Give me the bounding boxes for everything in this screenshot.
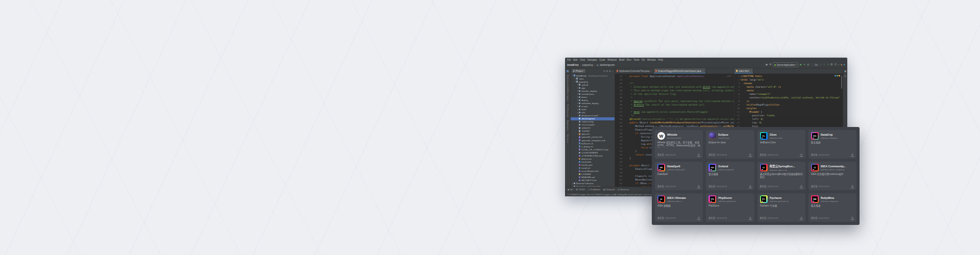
app-slug: jetbrains-idea-u	[667, 200, 686, 202]
app-card[interactable]: W Whistle devtool-whistle Whistle 调试抓包工具…	[655, 130, 703, 159]
project-view-selector[interactable]: ☰ Project ▾	[572, 69, 585, 73]
tool-window-tab-structure[interactable]: Structure	[567, 134, 569, 143]
download-icon[interactable]	[697, 153, 701, 157]
menu-item-run[interactable]: Run	[627, 59, 631, 61]
card-header: RM RubyMine jetbrains-rubymine	[811, 195, 854, 203]
notifications-icon[interactable]: ▣	[844, 70, 846, 72]
breadcrumb-file[interactable]: ▤ .dockerignore	[597, 63, 615, 66]
app-card[interactable]: IU IDEA Ultimate jetbrains-idea-u IDEA 旗…	[655, 193, 703, 222]
tool-window-tab-pull-requests[interactable]: Pull Requests	[567, 104, 569, 117]
breadcrumb-folder[interactable]: pageplug	[582, 63, 593, 66]
card-header: IU IDEA Ultimate jetbrains-idea-u	[657, 195, 700, 203]
editor-tab-index-html[interactable]: index.html×	[734, 68, 753, 73]
app-card[interactable]: DG DataGrip jetbrains-datagrip 暂无描述 最新版:…	[808, 130, 856, 159]
menu-item-window[interactable]: Window	[647, 59, 656, 61]
hide-panel-icon[interactable]: ─	[612, 70, 614, 72]
notification-dot-icon[interactable]: ●	[841, 64, 842, 66]
code-line: />	[741, 99, 843, 103]
tool-window-button-problems[interactable]: ⚠Problems	[588, 188, 600, 191]
app-title: IDEA Community...	[821, 165, 846, 168]
tool-window-tab-bookmarks[interactable]: Bookmarks	[567, 120, 569, 131]
app-card[interactable]: Eclipse eclipse-java Eclipse for Java 最新…	[706, 130, 754, 159]
menu-item-navigate[interactable]: Navigate	[587, 59, 597, 61]
menu-item-view[interactable]: View	[580, 59, 585, 61]
search-everywhere-icon[interactable]: ⌕	[838, 64, 840, 66]
expand-collapse-icon[interactable]: ⇅	[606, 70, 608, 72]
app-card[interactable]: DS DataSpell jetbrains-dataspell DataSpe…	[655, 162, 703, 190]
menu-item-refactor[interactable]: Refactor	[607, 59, 617, 61]
locate-icon[interactable]: ⊙	[603, 70, 605, 72]
run-play-icon[interactable]: ▶	[800, 64, 802, 66]
project-tool-icon[interactable]: ▦	[567, 69, 569, 72]
download-icon[interactable]	[697, 185, 701, 189]
build-hammer-icon[interactable]: ⚒	[769, 64, 771, 66]
settings-gear-icon[interactable]: ⚙	[830, 64, 832, 66]
menu-item-tools[interactable]: Tools	[633, 59, 639, 61]
download-icon[interactable]	[697, 216, 701, 220]
file-icon	[579, 180, 580, 181]
app-card[interactable]: RM RubyMine jetbrains-rubymine 暂无描述 最新版:…	[808, 193, 856, 222]
tool-window-button-terminal[interactable]: ▤Terminal	[603, 188, 615, 191]
app-title: PhpStorm	[718, 196, 736, 199]
file-icon	[579, 124, 580, 125]
code-line: * This advice method wraps the intercept…	[624, 89, 734, 92]
gradle-icon[interactable]: ◫	[844, 74, 846, 77]
lingma-icon: ❑	[567, 193, 569, 196]
app-card[interactable]: GO Goland jetbrains-goland 暂无描述 最新版: 202…	[706, 162, 754, 190]
user-icon[interactable]: ◉	[766, 64, 768, 66]
app-card[interactable]: PC Pycharm jetbrains-pycharm-p Pycharm 专…	[757, 193, 805, 222]
app-logo-icon	[708, 132, 716, 140]
app-slug: jetbrains-clion	[770, 137, 783, 139]
download-icon[interactable]	[799, 216, 803, 220]
project-name[interactable]: install-try	[567, 63, 579, 66]
tool-window-button-todo[interactable]: ☰TODO	[576, 188, 585, 191]
app-card[interactable]: IJ IDEA Community... jetbrains-idea-c-co…	[808, 162, 856, 190]
app-card[interactable]: CL Clion jetbrains-clion JetBrains Clion…	[757, 130, 805, 159]
download-icon[interactable]	[850, 185, 854, 189]
editor-tab-featureflaggedmethodinvokeraspect-java[interactable]: FeatureFlaggedMethodInvokerAspect.java×	[654, 68, 706, 73]
close-icon[interactable]: ×	[702, 70, 703, 72]
menu-item-build[interactable]: Build	[619, 59, 625, 61]
git-icon: ◆	[568, 188, 569, 191]
tool-window-tab-welcome-to-github-copilot[interactable]: Welcome to GitHub Copilot	[567, 75, 569, 101]
folder-icon	[579, 84, 580, 85]
menu-item-file[interactable]: File	[567, 59, 571, 61]
app-description: Eclipse for Java	[708, 141, 751, 144]
run-config-selector[interactable]: ServerApplication▾	[773, 62, 798, 67]
tool-window-button-services[interactable]: ◎Services	[618, 188, 629, 191]
tree-item-scratches-and-consoles[interactable]: ▸Scratches and Consoles	[571, 185, 615, 187]
code-line: left: 0;	[741, 117, 843, 121]
more-actions-icon[interactable]: ⋮	[811, 64, 813, 66]
debug-icon[interactable]: ✦	[803, 64, 805, 66]
history-icon[interactable]: ↺	[834, 64, 836, 66]
app-card[interactable]: IJ 阿里云SpringBoo... jetbrains-idea-c-ali …	[757, 162, 805, 190]
menu-item-code[interactable]: Code	[599, 59, 605, 61]
tool-window-button-git[interactable]: ◆Git	[568, 188, 573, 191]
download-icon[interactable]	[748, 185, 752, 189]
download-icon[interactable]	[799, 153, 803, 157]
folder-icon	[579, 106, 580, 107]
options-gear-icon[interactable]: ⚙	[609, 70, 611, 72]
close-icon[interactable]: ×	[651, 70, 652, 72]
menu-item-git[interactable]: Git	[642, 59, 645, 61]
download-icon[interactable]	[748, 216, 752, 220]
coverage-icon[interactable]: ◎	[807, 64, 809, 66]
editor-tab-applicationcontrollertest-java[interactable]: ApplicationControllerTest.java×	[615, 68, 654, 73]
close-icon[interactable]: ×	[750, 70, 751, 72]
code-line: * of the specified feature flag.	[624, 92, 734, 96]
scrollbar-thumb[interactable]	[841, 75, 842, 89]
vcs-push-icon[interactable]: ↗	[827, 64, 829, 66]
ai-assistant-dot-icon[interactable]: ●	[844, 64, 845, 66]
folder-icon	[579, 103, 580, 104]
menu-item-help[interactable]: Help	[658, 59, 663, 61]
download-icon[interactable]	[748, 153, 752, 157]
inspection-dot-icon	[837, 75, 838, 76]
header-actions: ◉⚒ServerApplication▾▶✦◎⋮Git:✓✓↗⚙↺⌕●●	[766, 62, 845, 67]
app-card[interactable]: PS PhpStorm jetbrains-phpstorm PhpStorm …	[706, 193, 754, 222]
download-icon[interactable]	[799, 185, 803, 189]
download-icon[interactable]	[850, 153, 854, 157]
download-icon[interactable]	[850, 216, 854, 220]
vcs-update-icon[interactable]: ✓	[820, 64, 822, 66]
vcs-commit-icon[interactable]: ✓	[823, 64, 825, 66]
menu-item-edit[interactable]: Edit	[573, 59, 577, 61]
